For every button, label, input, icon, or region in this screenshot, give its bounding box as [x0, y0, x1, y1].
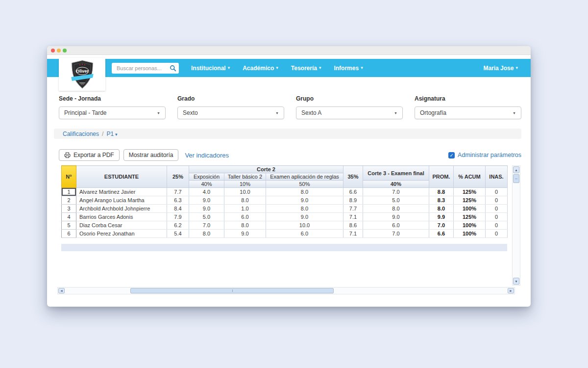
checkbox-checked-icon[interactable]: ✓	[448, 152, 455, 158]
search-input[interactable]	[116, 65, 170, 72]
grade-cell-corte1[interactable]: 8.4	[167, 205, 189, 213]
nav-item-academico[interactable]: Académico ▾	[243, 65, 278, 72]
student-name-cell[interactable]: Archbold Archbold Johnpierre	[76, 205, 167, 213]
grade-cell-exposicion[interactable]: 9.0	[189, 196, 224, 205]
view-indicators-link[interactable]: Ver indicadores	[185, 152, 229, 159]
grade-cell-exposicion[interactable]: 7.0	[189, 221, 224, 230]
grade-cell-examen[interactable]: 8.0	[266, 205, 343, 213]
chevron-down-icon: ▾	[276, 66, 278, 70]
scroll-down-button[interactable]: ▼	[513, 278, 519, 285]
horizontal-scroll-thumb[interactable]	[130, 288, 334, 293]
asignatura-select[interactable]: Ortografía ▼	[415, 106, 521, 119]
col-header-acum: % ACUM	[454, 166, 486, 188]
student-name-cell[interactable]: Angel Arango Lucia Martha	[76, 196, 167, 205]
row-number-cell[interactable]: 1	[62, 188, 76, 196]
filter-label: Grupo	[296, 95, 403, 102]
grade-cell-corte1[interactable]: 6.3	[167, 196, 189, 205]
grade-cell-exposicion[interactable]: 5.0	[189, 213, 224, 221]
grade-cell-prom: 8.3	[429, 196, 454, 205]
grade-cell-inas[interactable]: 0	[486, 230, 508, 238]
grade-cell-corte3[interactable]: 8.0	[363, 205, 429, 213]
grade-cell-corte1[interactable]: 7.9	[167, 213, 189, 221]
manage-params-label: Administrar parámetros	[458, 152, 521, 158]
scroll-up-button[interactable]: ▲	[513, 166, 519, 173]
grade-cell-corte1[interactable]: 7.7	[167, 188, 189, 196]
filter-grupo: Grupo Sexto A ▼	[296, 95, 403, 119]
breadcrumb-period-dropdown[interactable]: P1▾	[106, 131, 117, 137]
grade-cell-examen[interactable]: 6.0	[266, 230, 343, 238]
grade-cell-corte2[interactable]: 8.6	[343, 221, 363, 230]
vertical-scrollbar[interactable]: ▲ ▼	[512, 165, 520, 286]
student-name-cell[interactable]: Diaz Corba Cesar	[76, 221, 167, 230]
grade-cell-inas[interactable]: 0	[486, 221, 508, 230]
nav-item-informes[interactable]: Informes ▾	[334, 65, 363, 72]
scroll-right-button[interactable]: ►	[508, 288, 514, 293]
row-number-cell[interactable]: 2	[62, 196, 76, 205]
show-audit-button[interactable]: Mostrar auditoría	[123, 149, 179, 161]
grade-cell-corte1[interactable]: 6.2	[167, 221, 189, 230]
grade-cell-taller[interactable]: 6.0	[224, 213, 266, 221]
grade-cell-taller[interactable]: 10.0	[224, 188, 266, 196]
vertical-scroll-thumb[interactable]	[513, 174, 519, 183]
search-icon[interactable]	[170, 65, 176, 72]
grade-cell-corte2[interactable]: 6.6	[343, 188, 363, 196]
grade-cell-corte3[interactable]: 6.0	[363, 221, 429, 230]
close-window-button[interactable]	[51, 49, 55, 53]
user-menu[interactable]: Maria Jose ▾	[483, 65, 518, 72]
app-window: Institucional ▾ Académico ▾ Tesorería ▾ …	[47, 46, 531, 307]
grade-cell-taller[interactable]: 8.0	[224, 221, 266, 230]
zoom-window-button[interactable]	[63, 49, 67, 53]
grade-cell-taller[interactable]: 1.0	[224, 205, 266, 213]
nav-item-tesoreria[interactable]: Tesorería ▾	[291, 65, 321, 72]
scroll-left-button[interactable]: ◄	[58, 288, 65, 293]
grade-cell-corte2[interactable]: 8.9	[343, 196, 363, 205]
grade-cell-taller[interactable]: 8.0	[224, 196, 266, 205]
row-number-cell[interactable]: 3	[62, 205, 76, 213]
grado-select[interactable]: Sexto ▼	[177, 106, 284, 119]
grade-cell-corte2[interactable]: 7.1	[343, 213, 363, 221]
grade-cell-examen[interactable]: 10.0	[266, 221, 343, 230]
grade-cell-exposicion[interactable]: 8.0	[189, 230, 224, 238]
filter-grado: Grado Sexto ▼	[177, 95, 284, 119]
app-logo[interactable]: Oliver	[59, 58, 105, 91]
chevron-down-icon: ▾	[115, 132, 118, 137]
grade-cell-inas[interactable]: 0	[486, 205, 508, 213]
minimize-window-button[interactable]	[57, 49, 61, 53]
chevron-down-icon: ▾	[319, 66, 321, 70]
grade-cell-examen[interactable]: 9.0	[266, 213, 343, 221]
grade-cell-corte3[interactable]: 7.0	[363, 230, 429, 238]
grade-cell-inas[interactable]: 0	[486, 213, 508, 221]
grade-cell-corte1[interactable]: 5.4	[167, 230, 189, 238]
grade-cell-exposicion[interactable]: 9.0	[189, 205, 224, 213]
col-weight-exposicion: 40%	[189, 181, 224, 188]
grade-cell-examen[interactable]: 8.0	[266, 188, 343, 196]
chevron-down-icon: ▾	[515, 66, 518, 70]
grade-cell-corte3[interactable]: 5.0	[363, 196, 429, 205]
grade-cell-exposicion[interactable]: 4.0	[189, 188, 224, 196]
grade-cell-corte2[interactable]: 7.1	[343, 230, 363, 238]
grupo-select[interactable]: Sexto A ▼	[296, 106, 403, 119]
grade-cell-corte3[interactable]: 9.0	[363, 213, 429, 221]
student-name-cell[interactable]: Alvarez Martinez Javier	[76, 188, 167, 196]
grade-cell-corte3[interactable]: 7.0	[363, 188, 429, 196]
logo-text: Oliver	[76, 68, 89, 73]
row-number-cell[interactable]: 6	[62, 230, 76, 238]
breadcrumb-calificaciones-link[interactable]: Calificaciones	[63, 131, 99, 137]
grade-cell-examen[interactable]: 9.0	[266, 196, 343, 205]
grade-cell-inas[interactable]: 0	[486, 196, 508, 205]
horizontal-scrollbar[interactable]: ◄ ►	[57, 287, 515, 294]
grade-cell-inas[interactable]: 0	[486, 188, 508, 196]
grade-cell-corte2[interactable]: 7.7	[343, 205, 363, 213]
grade-cell-taller[interactable]: 9.0	[224, 230, 266, 238]
col-header-taller: Taller básico 2	[224, 173, 266, 181]
student-name-cell[interactable]: Osorio Perez Jonathan	[76, 230, 167, 238]
export-pdf-button[interactable]: Exportar a PDF	[59, 149, 120, 161]
chevron-down-icon: ▼	[275, 111, 279, 115]
main-navbar: Institucional ▾ Académico ▾ Tesorería ▾ …	[47, 59, 531, 77]
row-number-cell[interactable]: 4	[62, 213, 76, 221]
sede-jornada-select[interactable]: Principal - Tarde ▼	[59, 106, 166, 119]
manage-params-toggle[interactable]: ✓ Administrar parámetros	[448, 152, 521, 158]
nav-item-institucional[interactable]: Institucional ▾	[191, 65, 230, 72]
row-number-cell[interactable]: 5	[62, 221, 76, 230]
student-name-cell[interactable]: Barrios Garces Adonis	[76, 213, 167, 221]
